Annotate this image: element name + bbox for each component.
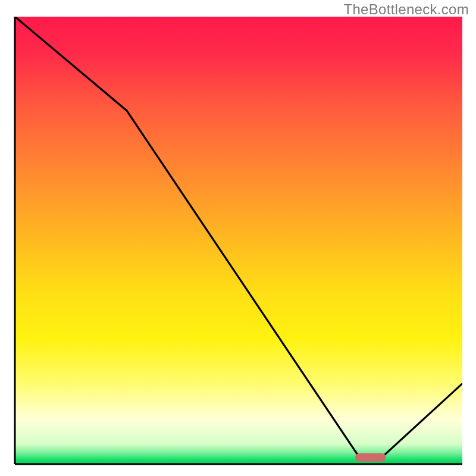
bottleneck-chart	[0, 0, 476, 476]
gradient-background	[15, 17, 462, 464]
chart-stage: TheBottleneck.com	[0, 0, 476, 476]
